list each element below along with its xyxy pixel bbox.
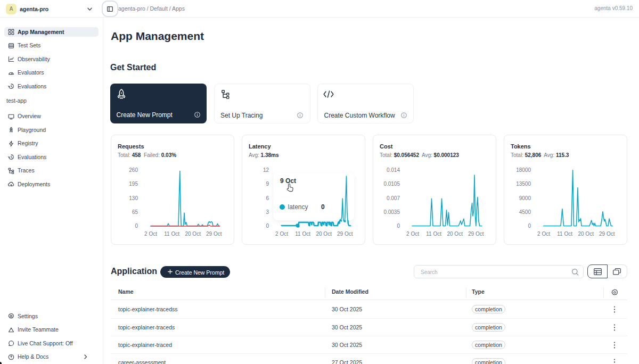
svg-text:260: 260 bbox=[129, 167, 138, 173]
svg-text:2 Oct: 2 Oct bbox=[406, 231, 419, 237]
svg-text:11 Oct: 11 Oct bbox=[164, 231, 179, 237]
svg-text:2 Oct: 2 Oct bbox=[144, 231, 157, 237]
svg-text:29 Oct: 29 Oct bbox=[206, 231, 222, 237]
svg-text:0.0105: 0.0105 bbox=[383, 181, 400, 187]
svg-text:0.014: 0.014 bbox=[387, 167, 400, 173]
svg-text:13500: 13500 bbox=[516, 181, 531, 187]
svg-text:0.0035: 0.0035 bbox=[383, 209, 400, 215]
svg-text:20 Oct: 20 Oct bbox=[578, 231, 594, 237]
svg-text:18000: 18000 bbox=[516, 167, 531, 173]
svg-text:130: 130 bbox=[129, 195, 138, 201]
svg-text:195: 195 bbox=[129, 181, 138, 187]
svg-text:0.007: 0.007 bbox=[387, 195, 400, 201]
svg-text:29 Oct: 29 Oct bbox=[599, 231, 615, 237]
svg-text:4500: 4500 bbox=[519, 209, 531, 215]
svg-text:0: 0 bbox=[397, 223, 400, 229]
svg-text:11 Oct: 11 Oct bbox=[426, 231, 441, 237]
svg-text:11 Oct: 11 Oct bbox=[557, 231, 572, 237]
svg-text:0: 0 bbox=[528, 223, 531, 229]
svg-text:0: 0 bbox=[135, 223, 138, 229]
svg-text:20 Oct: 20 Oct bbox=[447, 231, 463, 237]
svg-text:65: 65 bbox=[132, 209, 138, 215]
svg-text:9000: 9000 bbox=[519, 195, 531, 201]
svg-text:20 Oct: 20 Oct bbox=[185, 231, 201, 237]
svg-text:29 Oct: 29 Oct bbox=[468, 231, 484, 237]
svg-text:2 Oct: 2 Oct bbox=[537, 231, 550, 237]
